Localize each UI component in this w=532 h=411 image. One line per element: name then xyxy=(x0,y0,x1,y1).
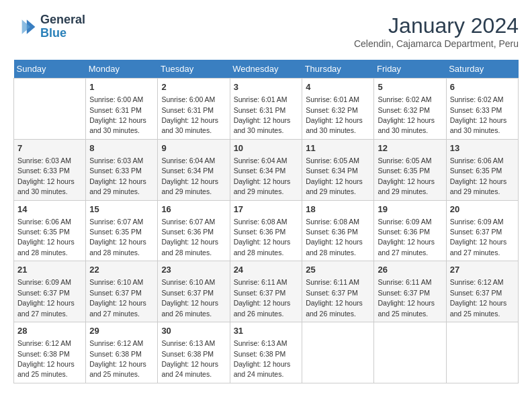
calendar-cell: 23 Sunrise: 6:10 AMSunset: 6:37 PMDaylig… xyxy=(158,261,230,322)
day-info: Sunrise: 6:11 AMSunset: 6:37 PMDaylight:… xyxy=(378,278,435,317)
day-number: 9 xyxy=(161,142,226,154)
calendar-cell: 26 Sunrise: 6:11 AMSunset: 6:37 PMDaylig… xyxy=(374,261,446,322)
day-number: 10 xyxy=(234,142,299,154)
calendar-cell: 10 Sunrise: 6:04 AMSunset: 6:34 PMDaylig… xyxy=(230,139,302,200)
day-number: 3 xyxy=(234,81,299,93)
day-info: Sunrise: 6:07 AMSunset: 6:35 PMDaylight:… xyxy=(89,218,146,257)
month-title: January 2024 xyxy=(354,13,519,38)
calendar-table: SundayMondayTuesdayWednesdayThursdayFrid… xyxy=(13,60,519,383)
day-number: 28 xyxy=(17,325,82,337)
calendar-cell: 9 Sunrise: 6:04 AMSunset: 6:34 PMDayligh… xyxy=(158,139,230,200)
calendar-cell: 21 Sunrise: 6:09 AMSunset: 6:37 PMDaylig… xyxy=(14,261,86,322)
calendar-cell xyxy=(446,322,518,383)
day-number: 2 xyxy=(161,81,226,93)
day-info: Sunrise: 6:13 AMSunset: 6:38 PMDaylight:… xyxy=(234,339,291,378)
day-info: Sunrise: 6:11 AMSunset: 6:37 PMDaylight:… xyxy=(306,278,363,317)
page-header: General Blue January 2024 Celendin, Caja… xyxy=(13,13,519,49)
day-info: Sunrise: 6:00 AMSunset: 6:31 PMDaylight:… xyxy=(161,95,218,134)
calendar-cell: 17 Sunrise: 6:08 AMSunset: 6:36 PMDaylig… xyxy=(230,200,302,261)
header-day-thursday: Thursday xyxy=(302,60,374,79)
calendar-cell: 11 Sunrise: 6:05 AMSunset: 6:34 PMDaylig… xyxy=(302,139,374,200)
day-number: 14 xyxy=(17,203,82,216)
day-number: 20 xyxy=(450,203,515,216)
day-number: 15 xyxy=(89,203,154,216)
logo-icon xyxy=(13,15,38,39)
day-info: Sunrise: 6:05 AMSunset: 6:35 PMDaylight:… xyxy=(378,156,435,195)
day-info: Sunrise: 6:09 AMSunset: 6:37 PMDaylight:… xyxy=(17,278,75,317)
header-day-tuesday: Tuesday xyxy=(158,60,230,79)
logo-text: General Blue xyxy=(40,13,85,40)
header-day-sunday: Sunday xyxy=(14,60,86,79)
calendar-cell: 25 Sunrise: 6:11 AMSunset: 6:37 PMDaylig… xyxy=(302,261,374,322)
week-row-2: 7 Sunrise: 6:03 AMSunset: 6:33 PMDayligh… xyxy=(14,139,519,200)
calendar-cell: 20 Sunrise: 6:09 AMSunset: 6:37 PMDaylig… xyxy=(446,200,518,261)
calendar-cell: 4 Sunrise: 6:01 AMSunset: 6:32 PMDayligh… xyxy=(302,79,374,140)
day-info: Sunrise: 6:10 AMSunset: 6:37 PMDaylight:… xyxy=(89,278,146,317)
calendar-cell: 15 Sunrise: 6:07 AMSunset: 6:35 PMDaylig… xyxy=(86,200,158,261)
day-number: 12 xyxy=(378,142,442,154)
day-info: Sunrise: 6:03 AMSunset: 6:33 PMDaylight:… xyxy=(17,156,75,195)
calendar-cell: 28 Sunrise: 6:12 AMSunset: 6:38 PMDaylig… xyxy=(14,322,86,383)
calendar-cell: 22 Sunrise: 6:10 AMSunset: 6:37 PMDaylig… xyxy=(86,261,158,322)
day-number: 22 xyxy=(89,264,154,276)
calendar-cell: 16 Sunrise: 6:07 AMSunset: 6:36 PMDaylig… xyxy=(158,200,230,261)
calendar-cell: 3 Sunrise: 6:01 AMSunset: 6:31 PMDayligh… xyxy=(230,79,302,140)
day-info: Sunrise: 6:06 AMSunset: 6:35 PMDaylight:… xyxy=(450,156,507,195)
day-info: Sunrise: 6:01 AMSunset: 6:31 PMDaylight:… xyxy=(234,95,291,134)
day-number: 18 xyxy=(306,203,370,216)
header-day-monday: Monday xyxy=(86,60,158,79)
day-number: 26 xyxy=(378,264,442,276)
logo: General Blue xyxy=(13,13,85,40)
calendar-cell xyxy=(302,322,374,383)
calendar-cell: 24 Sunrise: 6:11 AMSunset: 6:37 PMDaylig… xyxy=(230,261,302,322)
calendar-cell: 18 Sunrise: 6:08 AMSunset: 6:36 PMDaylig… xyxy=(302,200,374,261)
day-number: 30 xyxy=(161,325,226,337)
day-info: Sunrise: 6:08 AMSunset: 6:36 PMDaylight:… xyxy=(234,218,291,257)
title-block: January 2024 Celendin, Cajamarca Departm… xyxy=(354,13,519,49)
day-number: 5 xyxy=(378,81,442,93)
calendar-cell: 19 Sunrise: 6:09 AMSunset: 6:36 PMDaylig… xyxy=(374,200,446,261)
calendar-body: 1 Sunrise: 6:00 AMSunset: 6:31 PMDayligh… xyxy=(14,79,519,383)
day-info: Sunrise: 6:06 AMSunset: 6:35 PMDaylight:… xyxy=(17,218,75,257)
day-info: Sunrise: 6:05 AMSunset: 6:34 PMDaylight:… xyxy=(306,156,363,195)
day-number: 19 xyxy=(378,203,442,216)
day-info: Sunrise: 6:04 AMSunset: 6:34 PMDaylight:… xyxy=(234,156,291,195)
day-info: Sunrise: 6:12 AMSunset: 6:37 PMDaylight:… xyxy=(450,278,507,317)
calendar-cell: 6 Sunrise: 6:02 AMSunset: 6:33 PMDayligh… xyxy=(446,79,518,140)
day-number: 4 xyxy=(306,81,370,93)
day-number: 29 xyxy=(89,325,154,337)
day-info: Sunrise: 6:02 AMSunset: 6:32 PMDaylight:… xyxy=(378,95,435,134)
calendar-cell: 5 Sunrise: 6:02 AMSunset: 6:32 PMDayligh… xyxy=(374,79,446,140)
calendar-cell: 31 Sunrise: 6:13 AMSunset: 6:38 PMDaylig… xyxy=(230,322,302,383)
week-row-4: 21 Sunrise: 6:09 AMSunset: 6:37 PMDaylig… xyxy=(14,261,519,322)
day-info: Sunrise: 6:11 AMSunset: 6:37 PMDaylight:… xyxy=(234,278,291,317)
day-number: 6 xyxy=(450,81,515,93)
day-info: Sunrise: 6:10 AMSunset: 6:37 PMDaylight:… xyxy=(161,278,218,317)
day-number: 27 xyxy=(450,264,515,276)
header-day-friday: Friday xyxy=(374,60,446,79)
day-info: Sunrise: 6:07 AMSunset: 6:36 PMDaylight:… xyxy=(161,218,218,257)
calendar-cell: 7 Sunrise: 6:03 AMSunset: 6:33 PMDayligh… xyxy=(14,139,86,200)
day-number: 1 xyxy=(89,81,154,93)
calendar-cell: 13 Sunrise: 6:06 AMSunset: 6:35 PMDaylig… xyxy=(446,139,518,200)
calendar-cell: 12 Sunrise: 6:05 AMSunset: 6:35 PMDaylig… xyxy=(374,139,446,200)
calendar-cell: 1 Sunrise: 6:00 AMSunset: 6:31 PMDayligh… xyxy=(86,79,158,140)
calendar-header-row: SundayMondayTuesdayWednesdayThursdayFrid… xyxy=(14,60,519,79)
calendar-cell: 30 Sunrise: 6:13 AMSunset: 6:38 PMDaylig… xyxy=(158,322,230,383)
day-info: Sunrise: 6:09 AMSunset: 6:36 PMDaylight:… xyxy=(378,218,435,257)
day-info: Sunrise: 6:12 AMSunset: 6:38 PMDaylight:… xyxy=(89,339,146,378)
day-info: Sunrise: 6:04 AMSunset: 6:34 PMDaylight:… xyxy=(161,156,218,195)
location: Celendin, Cajamarca Department, Peru xyxy=(354,38,519,49)
day-number: 23 xyxy=(161,264,226,276)
day-number: 24 xyxy=(234,264,299,276)
day-number: 16 xyxy=(161,203,226,216)
week-row-5: 28 Sunrise: 6:12 AMSunset: 6:38 PMDaylig… xyxy=(14,322,519,383)
calendar-cell xyxy=(374,322,446,383)
day-info: Sunrise: 6:00 AMSunset: 6:31 PMDaylight:… xyxy=(89,95,146,134)
day-number: 8 xyxy=(89,142,154,154)
day-info: Sunrise: 6:02 AMSunset: 6:33 PMDaylight:… xyxy=(450,95,507,134)
day-info: Sunrise: 6:12 AMSunset: 6:38 PMDaylight:… xyxy=(17,339,75,378)
calendar-cell: 2 Sunrise: 6:00 AMSunset: 6:31 PMDayligh… xyxy=(158,79,230,140)
header-day-saturday: Saturday xyxy=(446,60,518,79)
day-number: 31 xyxy=(234,325,299,337)
